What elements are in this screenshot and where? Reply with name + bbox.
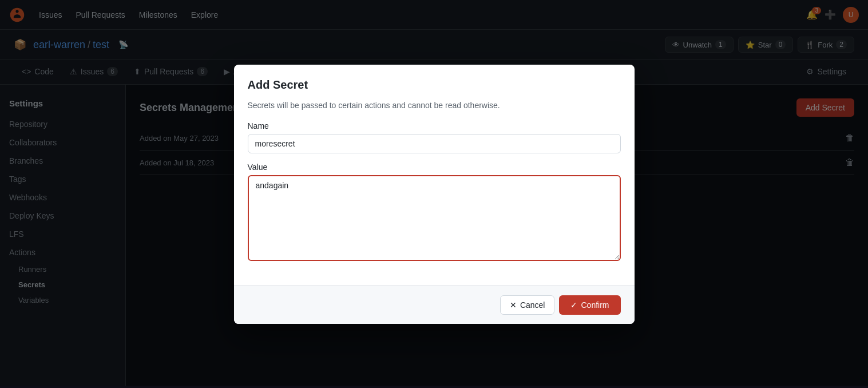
value-label: Value [248,163,621,172]
modal-title: Add Secret [248,78,621,92]
cancel-button[interactable]: ✕ Cancel [500,295,555,315]
value-textarea[interactable] [248,175,621,261]
modal-body: Add Secret Secrets will be passed to cer… [234,65,635,286]
name-input[interactable] [248,134,621,153]
name-field-group: Name [248,121,621,153]
modal-footer: ✕ Cancel ✓ Confirm [234,286,635,324]
modal-overlay[interactable]: Add Secret Secrets will be passed to cer… [0,0,868,388]
cancel-x-icon: ✕ [510,300,517,310]
confirm-button[interactable]: ✓ Confirm [559,295,620,315]
modal-description: Secrets will be passed to certain action… [248,101,621,110]
name-label: Name [248,121,621,130]
confirm-check-icon: ✓ [570,300,577,310]
value-field-group: Value [248,163,621,263]
add-secret-modal: Add Secret Secrets will be passed to cer… [234,65,635,324]
